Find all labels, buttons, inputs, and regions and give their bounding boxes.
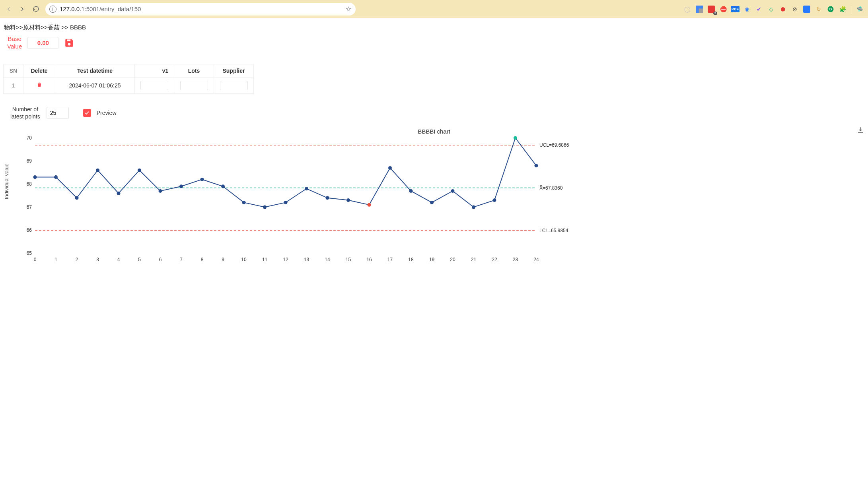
bookmark-star-icon[interactable]: ☆ [345, 5, 352, 14]
svg-text:20: 20 [450, 257, 455, 262]
ext-check-icon[interactable]: ✔ [754, 4, 764, 14]
table-header-row: SN Delete Test datetime v1 Lots Supplier [4, 64, 254, 77]
col-v1: v1 [135, 64, 174, 77]
chart-stage: Individual value 65666768697001234567891… [7, 136, 580, 263]
svg-text:2: 2 [76, 257, 78, 262]
chart-area: BBBBI chart Individual value 65666768697… [3, 126, 865, 263]
ext-red-badge-icon[interactable]: 2 [706, 4, 716, 14]
svg-point-46 [54, 175, 58, 179]
svg-text:1: 1 [54, 257, 57, 262]
svg-text:14: 14 [325, 257, 330, 262]
forward-button[interactable] [17, 4, 28, 15]
site-info-icon[interactable]: i [49, 6, 56, 13]
svg-text:LCL=65.9854: LCL=65.9854 [539, 228, 568, 233]
ext-prohibit-icon[interactable]: ⊘ [790, 4, 800, 14]
svg-point-55 [242, 201, 246, 204]
svg-text:65: 65 [27, 250, 32, 256]
download-chart-button[interactable] [857, 126, 864, 135]
reload-button[interactable] [30, 4, 41, 15]
col-supplier: Supplier [214, 64, 254, 77]
svg-text:9: 9 [222, 257, 224, 262]
svg-text:69: 69 [27, 158, 32, 164]
cell-datetime[interactable]: 2024-06-07 01:06:25 [55, 77, 135, 93]
svg-point-58 [305, 187, 308, 190]
svg-text:21: 21 [471, 257, 477, 262]
col-lots: Lots [174, 64, 214, 77]
ext-blue-square-icon[interactable] [802, 4, 812, 14]
col-delete: Delete [23, 64, 55, 77]
svg-text:18: 18 [408, 257, 414, 262]
svg-text:16: 16 [366, 257, 372, 262]
num-points-input[interactable] [47, 107, 69, 119]
profile-avatar-icon[interactable]: 🛸 [854, 4, 865, 14]
svg-point-60 [346, 198, 350, 202]
chart-plot: 6566676869700123456789101112131415161718… [23, 136, 580, 263]
col-sn: SN [4, 64, 23, 77]
svg-point-45 [33, 175, 37, 179]
ext-green-d-icon[interactable]: D [825, 4, 836, 14]
url-text: 127.0.0.1:5001/entry_data/150 [60, 6, 342, 12]
svg-point-53 [200, 178, 204, 181]
divider [851, 5, 851, 14]
svg-point-6 [68, 43, 71, 46]
ext-red-hex-icon[interactable]: ⬢ [778, 4, 788, 14]
ext-swirl-icon[interactable]: ◉ [742, 4, 752, 14]
svg-text:12: 12 [283, 257, 288, 262]
svg-point-63 [409, 189, 413, 193]
svg-text:15: 15 [346, 257, 351, 262]
browser-chrome: i 127.0.0.1:5001/entry_data/150 ☆ ◯ 2 ⛔ … [0, 0, 868, 18]
base-value-row: Base Value [3, 35, 865, 56]
y-axis-label: Individual value [4, 163, 10, 199]
svg-text:4: 4 [117, 257, 120, 262]
preview-label: Preview [97, 110, 117, 116]
back-button[interactable] [3, 4, 14, 15]
svg-text:17: 17 [387, 257, 393, 262]
svg-point-56 [263, 205, 267, 209]
svg-text:68: 68 [27, 181, 32, 187]
svg-point-59 [326, 196, 329, 200]
chart-controls: Number of latest points Preview [3, 94, 865, 122]
save-button[interactable] [64, 38, 74, 48]
svg-point-57 [284, 201, 288, 204]
ext-green-diamond-icon[interactable]: ◇ [766, 4, 776, 14]
svg-text:19: 19 [429, 257, 435, 262]
svg-text:24: 24 [533, 257, 539, 262]
svg-text:10: 10 [241, 257, 247, 262]
svg-text:67: 67 [27, 204, 32, 210]
preview-checkbox[interactable] [83, 109, 91, 117]
ext-google-translate-icon[interactable] [694, 4, 705, 14]
svg-point-48 [96, 169, 99, 172]
svg-point-62 [388, 166, 392, 170]
extensions-area: ◯ 2 ⛔ PDF ◉ ✔ ◇ ⬢ ⊘ ↻ D 🧩 🛸 [682, 4, 865, 14]
svg-text:D: D [829, 7, 832, 11]
svg-text:66: 66 [27, 227, 32, 233]
ext-no-entry-icon[interactable]: ⛔ [718, 4, 728, 14]
cell-v1-input[interactable] [140, 81, 168, 90]
svg-point-66 [472, 205, 475, 209]
ext-clock-icon[interactable]: ↻ [814, 4, 824, 14]
base-value-input[interactable] [27, 37, 58, 49]
svg-point-52 [179, 184, 183, 188]
svg-point-51 [159, 189, 162, 193]
cell-lots-input[interactable] [180, 81, 208, 90]
svg-rect-7 [67, 39, 71, 41]
ext-circle-icon[interactable]: ◯ [682, 4, 693, 14]
cell-sn: 1 [4, 77, 23, 93]
ext-pdf-icon[interactable]: PDF [730, 4, 740, 14]
cell-supplier-input[interactable] [220, 81, 248, 90]
svg-text:UCL=69.6866: UCL=69.6866 [539, 142, 569, 148]
svg-text:8: 8 [201, 257, 204, 262]
svg-point-50 [138, 169, 141, 172]
svg-point-49 [117, 192, 121, 195]
extensions-puzzle-icon[interactable]: 🧩 [837, 4, 848, 14]
svg-text:X̄=67.8360: X̄=67.8360 [539, 185, 563, 190]
svg-text:70: 70 [27, 136, 32, 141]
svg-text:7: 7 [180, 257, 183, 262]
svg-rect-3 [803, 6, 810, 13]
delete-button[interactable] [36, 83, 43, 89]
svg-point-47 [75, 196, 79, 200]
svg-point-61 [368, 203, 371, 207]
address-bar[interactable]: i 127.0.0.1:5001/entry_data/150 ☆ [45, 3, 356, 16]
svg-text:23: 23 [513, 257, 518, 262]
data-table: SN Delete Test datetime v1 Lots Supplier… [3, 64, 865, 94]
